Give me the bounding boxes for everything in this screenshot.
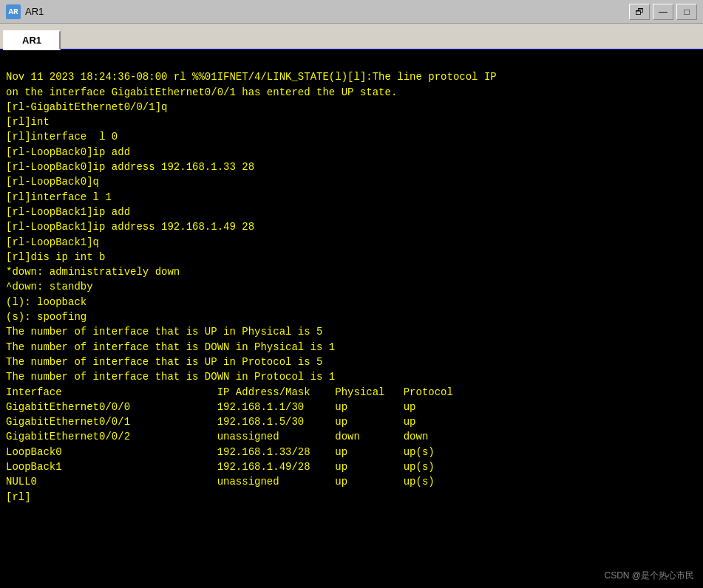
terminal-line: [rl]int	[6, 114, 697, 129]
title-bar-text: AR1	[25, 6, 44, 17]
terminal-line: The number of interface that is UP in Ph…	[6, 324, 697, 339]
terminal-line: (l): loopback	[6, 295, 697, 310]
terminal-line: [rl-LoopBack0]ip add	[6, 145, 697, 160]
terminal-line: [rl-LoopBack1]ip address 192.168.1.49 28	[6, 219, 697, 234]
terminal-line: Nov 11 2023 18:24:36-08:00 rl %%01IFNET/…	[6, 69, 697, 84]
app-icon: AR	[6, 4, 21, 19]
terminal-line: on the interface GigabitEthernet0/0/1 ha…	[6, 85, 697, 100]
terminal-line: [rl-LoopBack0]q	[6, 174, 697, 189]
terminal-line: The number of interface that is UP in Pr…	[6, 355, 697, 369]
watermark: CSDN @是个热心市民	[604, 570, 694, 582]
minimize-button[interactable]: —	[653, 4, 673, 20]
terminal-line: The number of interface that is DOWN in …	[6, 369, 697, 384]
title-bar: AR AR1 🗗 — □	[0, 0, 703, 24]
terminal-line: [rl-LoopBack1]q	[6, 235, 697, 250]
tab-bar: AR1	[0, 24, 703, 50]
terminal-line: [rl-LoopBack0]ip address 192.168.1.33 28	[6, 160, 697, 174]
tab-ar1-label: AR1	[22, 35, 41, 46]
terminal-line: GigabitEthernet0/0/1 192.168.1.5/30 up u…	[6, 414, 697, 429]
app-icon-label: AR	[8, 7, 18, 16]
terminal-line: NULL0 unassigned up up(s)	[6, 474, 697, 489]
terminal-line: [rl]	[6, 490, 697, 505]
terminal-line: [rl-LoopBack1]ip add	[6, 205, 697, 219]
terminal-line: The number of interface that is DOWN in …	[6, 340, 697, 355]
terminal-line: LoopBack0 192.168.1.33/28 up up(s)	[6, 445, 697, 459]
terminal-line: Interface IP Address/Mask Physical Proto…	[6, 385, 697, 400]
terminal-line: [rl]interface l 1	[6, 190, 697, 205]
terminal-line: ^down: standby	[6, 279, 697, 294]
terminal-line: *down: administratively down	[6, 264, 697, 279]
tab-ar1[interactable]: AR1	[3, 30, 61, 50]
terminal-line: LoopBack1 192.168.1.49/28 up up(s)	[6, 459, 697, 474]
restore-button[interactable]: 🗗	[629, 4, 650, 20]
terminal-line: GigabitEthernet0/0/0 192.168.1.1/30 up u…	[6, 400, 697, 414]
terminal-line: GigabitEthernet0/0/2 unassigned down dow…	[6, 429, 697, 444]
maximize-button[interactable]: □	[676, 4, 697, 20]
terminal-line: (s): spoofing	[6, 310, 697, 324]
window-controls: 🗗 — □	[629, 4, 697, 20]
terminal-line: [rl]dis ip int b	[6, 250, 697, 264]
terminal-line: [rl]interface l 0	[6, 129, 697, 144]
terminal-area[interactable]: Nov 11 2023 18:24:36-08:00 rl %%01IFNET/…	[0, 50, 703, 588]
terminal-line: [rl-GigabitEthernet0/0/1]q	[6, 100, 697, 114]
